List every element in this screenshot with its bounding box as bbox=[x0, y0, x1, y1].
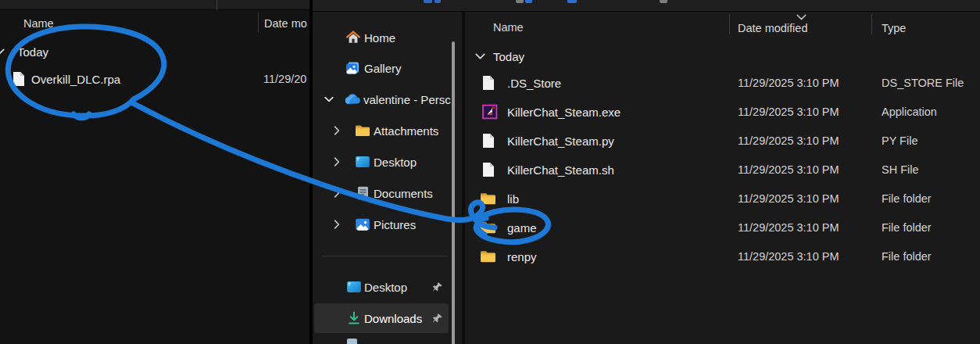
file-type: PY File bbox=[882, 134, 917, 147]
column-header-name[interactable]: Name bbox=[23, 17, 54, 30]
group-header-today[interactable]: Today bbox=[465, 45, 980, 68]
file-icon bbox=[482, 162, 495, 177]
file-row[interactable]: KillerChat_Steam.sh11/29/2025 3:10 PMSH … bbox=[465, 155, 980, 184]
toolbar-strip bbox=[313, 0, 980, 12]
file-list-pane: Name Date modified Type Today .DS_Store1… bbox=[465, 12, 980, 344]
file-type: DS_STORE File bbox=[882, 77, 964, 89]
pin-icon bbox=[432, 313, 443, 324]
sidebar-item-desktop[interactable]: Desktop bbox=[313, 147, 450, 177]
toolbar-icon-fragment bbox=[525, 0, 532, 3]
sidebar-item-documents[interactable]: Documents bbox=[313, 178, 450, 208]
sidebar-item-downloads[interactable]: Downloads bbox=[314, 303, 449, 333]
file-row[interactable]: KillerChat_Steam.exe11/29/2025 3:10 PMAp… bbox=[465, 97, 980, 126]
file-row[interactable]: game11/29/2025 3:10 PMFile folder bbox=[465, 213, 980, 242]
sidebar-item-label: Home bbox=[364, 31, 395, 45]
partial-sidebar-icon bbox=[347, 339, 357, 344]
folder-icon bbox=[480, 192, 496, 205]
sidebar-item-label: Gallery bbox=[364, 62, 402, 75]
sidebar-item-label: Pictures bbox=[374, 218, 416, 231]
column-divider[interactable] bbox=[729, 14, 730, 34]
file-row[interactable]: .DS_Store11/29/2025 3:10 PMDS_STORE File bbox=[465, 68, 980, 97]
sidebar-item-label: Desktop bbox=[374, 156, 417, 169]
file-row[interactable]: lib11/29/2025 3:10 PMFile folder bbox=[465, 184, 980, 213]
sidebar-item-home[interactable]: Home bbox=[313, 23, 450, 52]
sidebar-item-label: Desktop bbox=[364, 281, 407, 294]
pin-icon bbox=[432, 281, 443, 292]
navigation-pane: Home Gallery valentine - Persc Att bbox=[313, 12, 462, 344]
toolbar-divider bbox=[216, 0, 217, 10]
file-name: KillerChat_Steam.exe bbox=[507, 105, 621, 118]
sidebar-divider bbox=[322, 256, 447, 256]
toolbar-strip bbox=[0, 0, 309, 10]
file-type: SH File bbox=[882, 163, 919, 176]
group-header-today[interactable]: Today bbox=[0, 40, 309, 63]
sidebar-item-attachments[interactable]: Attachments bbox=[313, 116, 450, 145]
file-type: File folder bbox=[882, 250, 932, 263]
toolbar-icon-fragment bbox=[567, 0, 577, 3]
toolbar-icon-fragment bbox=[435, 0, 441, 3]
file-icon bbox=[482, 133, 495, 149]
file-name: renpy bbox=[507, 249, 537, 263]
file-row[interactable]: Overkill_DLC.rpa 11/29/20 bbox=[0, 64, 309, 93]
chevron-right-icon[interactable] bbox=[334, 220, 340, 229]
chevron-down-icon[interactable] bbox=[0, 48, 5, 55]
file-icon bbox=[13, 71, 25, 87]
toolbar-icon-fragment bbox=[516, 0, 524, 3]
sidebar-item-label: valentine - Persc bbox=[363, 93, 451, 106]
file-date: 11/29/2025 3:10 PM bbox=[738, 77, 839, 89]
file-icon bbox=[482, 75, 495, 91]
column-header-date-modified[interactable]: Date mo bbox=[264, 17, 307, 30]
group-label: Today bbox=[17, 45, 48, 59]
file-name: lib bbox=[507, 192, 519, 205]
chevron-right-icon[interactable] bbox=[334, 188, 340, 198]
chevron-down-icon[interactable] bbox=[324, 96, 334, 102]
home-icon bbox=[345, 30, 361, 45]
column-divider[interactable] bbox=[871, 14, 872, 34]
chevron-down-icon[interactable] bbox=[475, 53, 485, 59]
chevron-right-icon[interactable] bbox=[334, 157, 340, 167]
group-label: Today bbox=[493, 50, 524, 63]
file-name: KillerChat_Steam.py bbox=[507, 134, 614, 147]
sidebar-item-pictures[interactable]: Pictures bbox=[313, 210, 450, 239]
column-divider[interactable] bbox=[258, 13, 259, 33]
file-type: File folder bbox=[882, 221, 932, 234]
sidebar-scrollbar[interactable] bbox=[452, 41, 455, 344]
documents-icon bbox=[356, 186, 370, 201]
file-name: Overkill_DLC.rpa bbox=[31, 72, 120, 85]
file-date: 11/29/2025 3:10 PM bbox=[738, 106, 839, 118]
explorer-window-target: Home Gallery valentine - Persc Att bbox=[313, 0, 980, 344]
file-date: 11/29/2025 3:10 PM bbox=[738, 192, 839, 205]
explorer-window-source: Name Date mo Today Overkill_DLC.rpa 11/2… bbox=[0, 0, 309, 344]
file-type: File folder bbox=[882, 192, 932, 205]
sidebar-item-label: Documents bbox=[374, 187, 433, 200]
downloads-icon bbox=[346, 310, 362, 326]
sort-chevron-down-icon bbox=[796, 14, 807, 20]
chevron-right-icon[interactable] bbox=[334, 126, 340, 135]
onedrive-icon bbox=[344, 94, 361, 105]
file-row[interactable]: renpy11/29/2025 3:10 PMFile folder bbox=[465, 242, 980, 271]
file-date: 11/29/20 bbox=[263, 73, 306, 85]
folder-icon bbox=[480, 249, 496, 263]
file-date: 11/29/2025 3:10 PM bbox=[738, 134, 839, 147]
sidebar-item-onedrive[interactable]: valentine - Persc bbox=[313, 84, 450, 114]
folder-icon bbox=[480, 220, 496, 234]
file-date: 11/29/2025 3:10 PM bbox=[738, 221, 839, 234]
sidebar-item-desktop-pinned[interactable]: Desktop bbox=[313, 272, 450, 302]
sidebar-item-gallery[interactable]: Gallery bbox=[313, 53, 450, 83]
file-date: 11/29/2025 3:10 PM bbox=[738, 250, 839, 263]
column-header-date-modified[interactable]: Date modified bbox=[738, 22, 807, 34]
desktop-icon bbox=[346, 281, 362, 294]
column-header-name[interactable]: Name bbox=[493, 21, 524, 34]
gallery-icon bbox=[345, 60, 360, 76]
file-type: Application bbox=[882, 106, 937, 118]
sidebar-item-label: Attachments bbox=[374, 124, 438, 138]
toolbar-icon-fragment bbox=[660, 0, 667, 3]
desktop-icon bbox=[355, 156, 370, 169]
sidebar-item-label: Downloads bbox=[364, 312, 422, 325]
pictures-icon bbox=[355, 218, 370, 231]
toolbar-icon-fragment bbox=[424, 0, 432, 3]
file-name: KillerChat_Steam.sh bbox=[507, 163, 614, 176]
folder-icon bbox=[355, 124, 370, 137]
file-row[interactable]: KillerChat_Steam.py11/29/2025 3:10 PMPY … bbox=[465, 126, 980, 155]
column-header-type[interactable]: Type bbox=[882, 22, 906, 34]
